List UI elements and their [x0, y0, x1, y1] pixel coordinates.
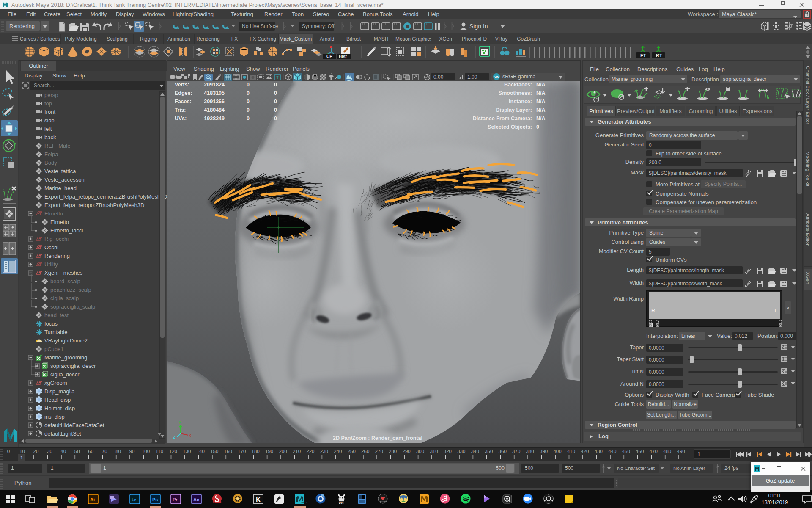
svg-text:Pr: Pr [173, 497, 178, 502]
svg-text:Lr: Lr [132, 497, 137, 502]
svg-text:Ae: Ae [193, 497, 199, 502]
svg-text:Ai: Ai [90, 497, 95, 502]
svg-text:UV: UV [339, 501, 343, 504]
svg-text:K: K [256, 496, 261, 503]
svg-text:Ps: Ps [152, 497, 158, 502]
svg-text:MAYA: MAYA [302, 501, 307, 504]
